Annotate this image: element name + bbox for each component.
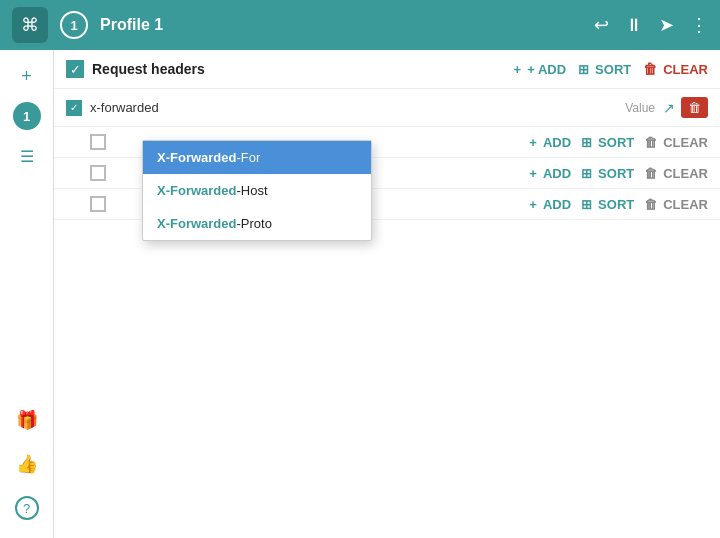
sub-row-2-checkbox[interactable] [90,165,106,181]
xforwarded-row: x-forwarded Value ↗ 🗑 [54,89,720,127]
trash-icon-3: 🗑 [644,166,657,181]
sort-lines-icon: ⊞ [578,62,589,77]
dropdown-item-for[interactable]: X-Forwarded-For [143,141,371,174]
share-icon[interactable]: ➤ [659,14,674,36]
add-icon: + [514,62,522,77]
dropdown-item-proto[interactable]: X-Forwarded-Proto [143,207,371,240]
section-title: Request headers [92,61,502,77]
section-header: ✓ Request headers + + ADD ⊞ SORT 🗑 CLEAR [54,50,720,89]
trash-icon-4: 🗑 [644,197,657,212]
autocomplete-dropdown: X-Forwarded-For X-Forwarded-Host X-Forwa… [142,140,372,241]
sidebar-add-button[interactable]: + [9,58,45,94]
plus-icon: + [21,66,32,87]
value-label: Value [625,101,655,115]
app-logo[interactable]: ⌘ [12,7,48,43]
trash-icon: 🗑 [643,61,657,77]
thumbup-icon: 👍 [16,453,38,475]
sub-row-2-sort[interactable]: ⊞SORT [581,166,634,181]
profile-title: Profile 1 [100,16,582,34]
pause-icon[interactable]: ⏸ [625,15,643,36]
clear-button[interactable]: 🗑 CLEAR [643,61,708,77]
help-icon: ? [15,496,39,520]
main-layout: + 1 ☰ 🎁 👍 ? ✓ Request headers [0,50,720,538]
sub-row-1-add[interactable]: +ADD [529,135,571,150]
undo-icon[interactable]: ↩ [594,14,609,36]
gift-icon: 🎁 [16,409,38,431]
sort-button[interactable]: ⊞ SORT [578,62,631,77]
sidebar-help-button[interactable]: ? [9,490,45,526]
sub-row-3-sort[interactable]: ⊞SORT [581,197,634,212]
sub-row-1-sort[interactable]: ⊞SORT [581,135,634,150]
profile-badge: 1 [60,11,88,39]
section-checkbox[interactable]: ✓ [66,60,84,78]
sidebar-gift-button[interactable]: 🎁 [9,402,45,438]
trash-icon-2: 🗑 [644,135,657,150]
left-sidebar: + 1 ☰ 🎁 👍 ? [0,50,54,538]
more-options-icon[interactable]: ⋮ [690,14,708,36]
sub-row-3-add[interactable]: +ADD [529,197,571,212]
top-bar-actions: ↩ ⏸ ➤ ⋮ [594,14,708,36]
xforwarded-label: x-forwarded [90,100,625,115]
logo-icon: ⌘ [21,14,39,36]
sidebar-badge: 1 [13,102,41,130]
content-area: ✓ Request headers + + ADD ⊞ SORT 🗑 CLEAR… [54,50,720,538]
sidebar-bottom: 🎁 👍 ? [9,402,45,538]
delete-button[interactable]: 🗑 [681,97,708,118]
dropdown-item-host[interactable]: X-Forwarded-Host [143,174,371,207]
xforwarded-checkbox[interactable] [66,100,82,116]
sub-row-3-checkbox[interactable] [90,196,106,212]
top-bar: ⌘ 1 Profile 1 ↩ ⏸ ➤ ⋮ [0,0,720,50]
sort-icon: ☰ [20,147,34,166]
sub-row-3-clear[interactable]: 🗑 CLEAR [644,197,708,212]
sub-row-2-add[interactable]: +ADD [529,166,571,181]
sub-row-2-clear[interactable]: 🗑 CLEAR [644,166,708,181]
sidebar-sort-button[interactable]: ☰ [9,138,45,174]
sidebar-thumb-button[interactable]: 👍 [9,446,45,482]
add-button[interactable]: + + ADD [514,62,566,77]
sub-row-1-clear[interactable]: 🗑 CLEAR [644,135,708,150]
expand-icon[interactable]: ↗ [663,100,675,116]
sub-row-1-checkbox[interactable] [90,134,106,150]
